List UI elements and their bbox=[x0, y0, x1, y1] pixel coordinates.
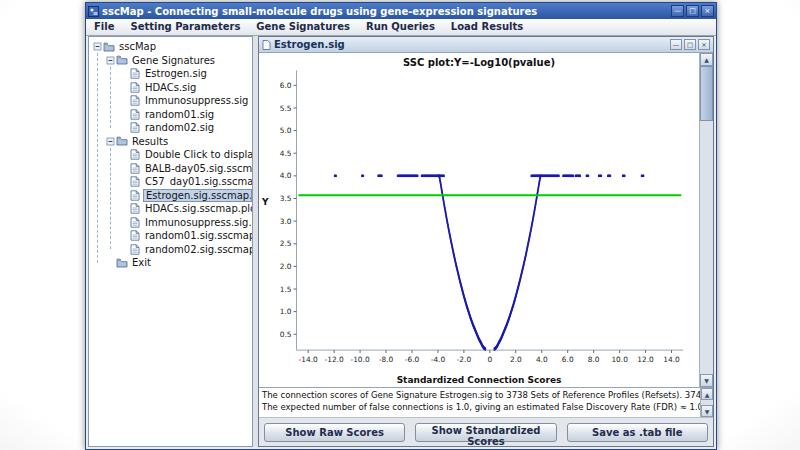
window-title-bar[interactable]: sscMap - Connecting small-molecule drugs… bbox=[86, 3, 716, 19]
scroll-down-icon[interactable]: ▼ bbox=[701, 405, 713, 417]
expand-handle-icon[interactable] bbox=[105, 56, 115, 65]
minimize-button[interactable]: — bbox=[671, 5, 684, 17]
tree-item-label: Gene Signatures bbox=[130, 55, 217, 66]
tree-item-label: sscMap bbox=[117, 41, 158, 52]
scrollbar-thumb[interactable] bbox=[700, 66, 713, 121]
tree-item-gene-signatures[interactable]: Gene Signatures bbox=[89, 54, 252, 68]
internal-frame-title-bar[interactable]: Estrogen.sig —□× bbox=[259, 37, 713, 53]
close-button[interactable]: × bbox=[701, 5, 714, 17]
desktop-background: sscMap - Connecting small-molecule drugs… bbox=[0, 0, 800, 450]
expand-handle-icon[interactable] bbox=[92, 42, 102, 51]
svg-text:-10.0: -10.0 bbox=[351, 355, 370, 364]
tree-item-label: random02.sig.sscmap.plot bbox=[143, 244, 252, 255]
tree-item-label: Results bbox=[130, 136, 170, 147]
svg-text:14.0: 14.0 bbox=[663, 355, 680, 364]
svg-text:1.0: 1.0 bbox=[280, 307, 292, 316]
minimize-button[interactable]: — bbox=[670, 39, 682, 50]
tree-item-label: HDACs.sig bbox=[143, 82, 198, 93]
window-title: sscMap - Connecting small-molecule drugs… bbox=[102, 6, 668, 17]
svg-text:1.5: 1.5 bbox=[280, 285, 292, 294]
folder-icon bbox=[115, 55, 129, 65]
tree-item-random02-sig[interactable]: random02.sig bbox=[89, 121, 252, 135]
text-scrollbar[interactable]: ▲ ▼ bbox=[700, 388, 713, 417]
tree-item-double-click-to-display[interactable]: Double Click to display bbox=[89, 148, 252, 162]
scrollbar-track[interactable] bbox=[700, 66, 713, 374]
tree-item-results[interactable]: Results bbox=[89, 135, 252, 149]
ssc-plot-area: -14.0-12.0-10.0-8.0-6.0-4.0-2.002.04.06.… bbox=[259, 53, 699, 387]
svg-text:-8.0: -8.0 bbox=[379, 355, 394, 364]
tree-item-estrogen-sig-sscmap-plot[interactable]: Estrogen.sig.sscmap.plot bbox=[89, 189, 252, 203]
tree-item-hdacs-sig-sscmap-plot[interactable]: HDACs.sig.sscmap.plot bbox=[89, 202, 252, 216]
app-icon bbox=[88, 6, 99, 17]
folder-icon bbox=[115, 136, 129, 146]
menu-item-load-results[interactable]: Load Results bbox=[443, 19, 531, 35]
file-icon bbox=[128, 95, 142, 106]
show-standardized-scores-button[interactable]: Show Standardized Scores bbox=[415, 423, 556, 442]
svg-text:4.0: 4.0 bbox=[280, 171, 292, 180]
tree-item-hdacs-sig[interactable]: HDACs.sig bbox=[89, 81, 252, 95]
y-axis-label: Y bbox=[262, 197, 269, 207]
file-icon bbox=[128, 163, 142, 174]
svg-text:4.0: 4.0 bbox=[536, 355, 548, 364]
window-controls: —□× bbox=[671, 5, 714, 17]
tree: sscMapGene SignaturesEstrogen.sigHDACs.s… bbox=[88, 36, 253, 447]
scroll-up-icon[interactable]: ▲ bbox=[701, 388, 713, 400]
svg-text:0.5: 0.5 bbox=[280, 330, 292, 339]
scroll-up-icon[interactable]: ▲ bbox=[700, 53, 713, 66]
file-icon bbox=[128, 109, 142, 120]
tree-item-label: Immunosuppress.sig.sscmap.plot bbox=[143, 217, 252, 228]
app-content: sscMapGene SignaturesEstrogen.sigHDACs.s… bbox=[88, 36, 714, 447]
svg-text:-2.0: -2.0 bbox=[457, 355, 472, 364]
chart-scrollbar[interactable]: ▲ ▼ bbox=[699, 53, 713, 387]
svg-text:5.5: 5.5 bbox=[280, 104, 292, 113]
tree-item-label: random01.sig bbox=[143, 109, 216, 120]
internal-frame: Estrogen.sig —□× -14.0-12.0-10.0-8.0-6.0… bbox=[258, 36, 714, 447]
save-as-tab-file-button[interactable]: Save as .tab file bbox=[567, 423, 708, 442]
summary-text-area[interactable]: The connection scores of Gene Signature … bbox=[259, 387, 713, 417]
chart-region: -14.0-12.0-10.0-8.0-6.0-4.0-2.002.04.06.… bbox=[259, 53, 713, 387]
svg-text:0: 0 bbox=[487, 355, 492, 364]
tree-item-immunosuppress-sig-sscmap-plot[interactable]: Immunosuppress.sig.sscmap.plot bbox=[89, 216, 252, 230]
menu-item-gene-signatures[interactable]: Gene Signatures bbox=[248, 19, 358, 35]
tree-item-random02-sig-sscmap-plot[interactable]: random02.sig.sscmap.plot bbox=[89, 243, 252, 257]
tree-item-label: Double Click to display bbox=[143, 149, 252, 160]
chart-title: SSC plot:Y=-Log10(pvalue) bbox=[259, 57, 699, 68]
file-icon bbox=[128, 176, 142, 187]
tree-item-random01-sig[interactable]: random01.sig bbox=[89, 108, 252, 122]
file-icon bbox=[128, 122, 142, 133]
iframe-controls: —□× bbox=[670, 39, 710, 50]
svg-text:3.0: 3.0 bbox=[280, 217, 292, 226]
svg-text:6.0: 6.0 bbox=[562, 355, 574, 364]
file-icon bbox=[128, 203, 142, 214]
close-button[interactable]: × bbox=[698, 39, 710, 50]
svg-text:8.0: 8.0 bbox=[588, 355, 600, 364]
menu-item-setting-parameters[interactable]: Setting Parameters bbox=[122, 19, 248, 35]
file-icon bbox=[128, 190, 142, 201]
summary-line: The connection scores of Gene Signature … bbox=[262, 389, 699, 401]
maximize-button[interactable]: □ bbox=[684, 39, 696, 50]
tree-item-label: BALB-day05.sig.sscmap.plot bbox=[143, 163, 252, 174]
svg-text:5.0: 5.0 bbox=[280, 126, 292, 135]
folder-icon bbox=[102, 42, 116, 52]
tree-item-c57-day01-sig-sscmap-plot[interactable]: C57_day01.sig.sscmap.plot bbox=[89, 175, 252, 189]
svg-text:3.5: 3.5 bbox=[280, 194, 292, 203]
tree-item-exit[interactable]: Exit bbox=[89, 256, 252, 270]
tree-item-estrogen-sig[interactable]: Estrogen.sig bbox=[89, 67, 252, 81]
show-raw-scores-button[interactable]: Show Raw Scores bbox=[264, 423, 405, 442]
tree-item-immunosuppress-sig[interactable]: Immunosuppress.sig bbox=[89, 94, 252, 108]
maximize-button[interactable]: □ bbox=[686, 5, 699, 17]
expand-handle-icon[interactable] bbox=[105, 137, 115, 146]
file-icon bbox=[128, 68, 142, 79]
scroll-down-icon[interactable]: ▼ bbox=[700, 374, 713, 387]
menu-bar: FileSetting ParametersGene SignaturesRun… bbox=[86, 19, 716, 36]
tree-item-label: random02.sig bbox=[143, 122, 216, 133]
menu-item-run-queries[interactable]: Run Queries bbox=[358, 19, 443, 35]
summary-line: The expected number of false connections… bbox=[262, 401, 699, 413]
folder-icon bbox=[115, 258, 129, 268]
tree-item-label: Estrogen.sig.sscmap.plot bbox=[143, 189, 252, 202]
tree-item-sscmap[interactable]: sscMap bbox=[89, 40, 252, 54]
tree-item-balb-day05-sig-sscmap-plot[interactable]: BALB-day05.sig.sscmap.plot bbox=[89, 162, 252, 176]
tree-item-random01-sig-sscmap-plot[interactable]: random01.sig.sscmap.plot bbox=[89, 229, 252, 243]
file-icon bbox=[128, 244, 142, 255]
menu-item-file[interactable]: File bbox=[86, 19, 122, 35]
